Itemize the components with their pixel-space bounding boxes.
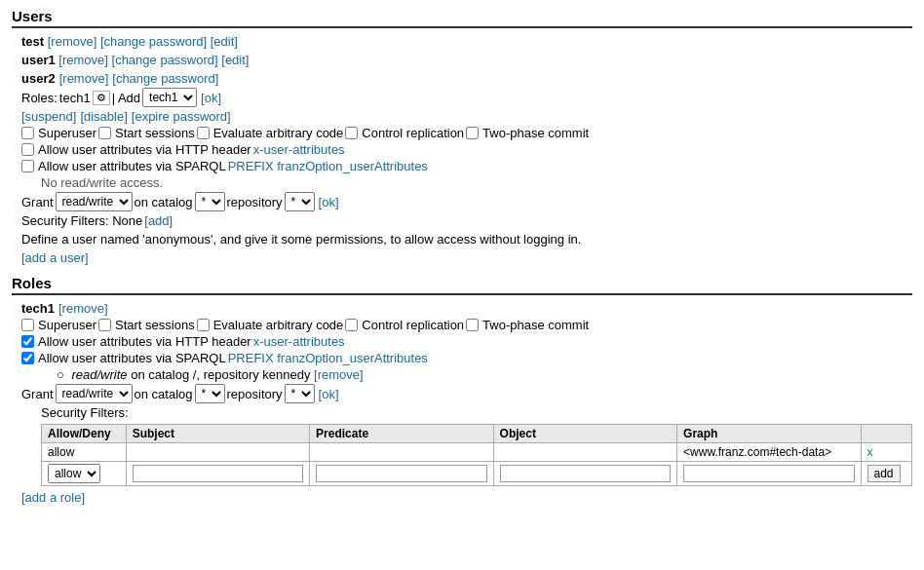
user2-grant-row: Grant read/write read write on catalog *… [21,192,912,211]
row1-allow-deny: allow [42,443,127,462]
row1-graph: <www.franz.com#tech-data> [677,443,861,462]
role-http-header-link[interactable]: x-user-attributes [253,334,345,349]
role-sparql-checkbox[interactable] [21,352,34,364]
user2-suspend-link[interactable]: [suspend] [21,109,76,124]
test-change-password-link[interactable]: [change password] [100,34,207,49]
role-grant-label: Grant [21,387,54,401]
add-role-section: [add a role] [21,490,912,505]
role-grant-select[interactable]: read/write read write [56,384,133,403]
new-row-add-button[interactable]: add [867,465,901,482]
row1-remove-link[interactable]: x [867,445,873,459]
user2-sparql-label: Allow user attributes via SPARQL [38,159,226,173]
add-role-ok-link[interactable]: [ok] [201,91,221,105]
add-user-link[interactable]: [add a user] [21,250,89,265]
col-object: Object [493,425,676,443]
new-row-object-input[interactable] [500,465,671,482]
role-tech1: tech1 [remove] Superuser Start sessions … [21,301,912,486]
role-two-phase-checkbox[interactable] [466,319,479,331]
user2-sparql-link[interactable]: PREFIX franzOption_userAttributes [228,159,428,173]
user2-no-access: No read/write access. [41,175,912,190]
user2-grant-ok-link[interactable]: [ok] [319,195,339,209]
username-test: test [21,34,44,49]
row1-remove-cell: x [861,443,911,462]
user2-superuser-checkbox[interactable] [21,127,34,139]
user2-header-row: user2 [remove] [change password] [21,71,912,86]
user2-security-filters-label: Security Filters: None [21,213,142,228]
test-edit-link[interactable]: [edit] [211,34,238,49]
new-row-object-cell [493,462,676,486]
role-tech1-remove-link[interactable]: [remove] [58,301,108,316]
user2-repository-label: repository [227,195,283,209]
user-test: test [remove] [change password] [edit] [21,34,912,49]
role-rw-item: ○ read/write on catalog /, repository ke… [57,367,912,382]
new-row-allow-deny-cell: allow deny [42,462,127,486]
test-remove-link[interactable]: [remove] [48,34,97,49]
roles-section: Roles tech1 [remove] Superuser Start ses… [12,275,912,505]
user2-security-filters-row: Security Filters: None [add] [21,213,912,228]
user2-http-header-link[interactable]: x-user-attributes [253,142,345,157]
row1-object [493,443,676,462]
username-user1: user1 [21,53,56,67]
new-row-allow-deny-select[interactable]: allow deny [48,464,100,483]
security-table-header-row: Allow/Deny Subject Predicate Object Grap… [42,425,912,443]
col-predicate: Predicate [310,425,493,443]
user2-repository-select[interactable]: * [285,192,315,211]
role-tech1-header: tech1 [remove] [21,301,912,316]
role-superuser-checkbox[interactable] [21,319,34,331]
user2-http-header-checkbox[interactable] [21,143,34,156]
role-grant-ok-link[interactable]: [ok] [319,387,339,401]
roles-label: Roles: [21,91,58,105]
role-sparql-label: Allow user attributes via SPARQL [38,351,226,365]
role-rw-catalog: on catalog /, repository kennedy [131,367,314,382]
security-filters-table-container: Allow/Deny Subject Predicate Object Grap… [41,424,912,486]
user1-remove-link[interactable]: [remove] [58,53,108,67]
role-repository-label: repository [227,387,283,401]
col-action [861,425,911,443]
user1-edit-link[interactable]: [edit] [221,53,249,67]
user2-grant-label: Grant [21,195,54,209]
role-rw-remove-link[interactable]: [remove] [314,367,364,382]
security-new-row: allow deny [42,462,912,486]
role-start-sessions-checkbox[interactable] [98,319,111,331]
user2-expire-password-link[interactable]: [expire password] [132,109,231,124]
roles-title: Roles [12,275,912,295]
user2-disable-link[interactable]: [disable] [80,109,127,124]
user1-change-password-link[interactable]: [change password] [112,53,218,67]
user2-add-filter-link[interactable]: [add] [144,213,173,228]
role-security-filters-label: Security Filters: [41,405,912,420]
role-start-sessions-label: Start sessions [115,318,195,332]
role-settings-icon[interactable]: ⚙ [93,91,110,105]
new-row-predicate-input[interactable] [316,465,486,482]
users-title: Users [12,8,912,28]
role-eval-code-label: Evaluate arbitrary code [213,318,344,332]
user2-catalog-select[interactable]: * [195,192,225,211]
user2-catalog-label: on catalog [135,195,193,209]
user2-change-password-link[interactable]: [change password] [112,71,218,86]
role-catalog-select[interactable]: * [195,384,225,403]
role-catalog-label: on catalog [135,387,193,401]
user2-grant-select[interactable]: read/write read write [56,192,133,211]
new-row-predicate-cell [310,462,493,486]
user2-eval-code-label: Evaluate arbitrary code [213,126,344,140]
user2-sparql-checkbox[interactable] [21,160,34,172]
user2-two-phase-checkbox[interactable] [466,127,479,139]
security-row-1: allow <www.franz.com#tech-data> x [42,443,912,462]
role-http-header-checkbox[interactable] [21,335,34,348]
new-row-add-cell: add [861,462,911,486]
role-repository-select[interactable]: * [285,384,315,403]
role-eval-code-checkbox[interactable] [197,319,210,331]
new-row-subject-input[interactable] [133,465,303,482]
row1-predicate [310,443,493,462]
add-role-link[interactable]: [add a role] [21,490,85,505]
user2-remove-link[interactable]: [remove] [59,71,109,86]
user2-eval-code-checkbox[interactable] [197,127,210,139]
role-tech1-checkboxes: Superuser Start sessions Evaluate arbitr… [21,318,912,332]
user2-start-sessions-label: Start sessions [115,126,195,140]
user2-start-sessions-checkbox[interactable] [98,127,111,139]
add-role-select[interactable]: tech1 [142,88,197,107]
role-grant-row: Grant read/write read write on catalog *… [21,384,912,403]
role-control-replication-checkbox[interactable] [345,319,358,331]
user2-control-replication-checkbox[interactable] [345,127,358,139]
new-row-graph-input[interactable] [683,465,854,482]
role-sparql-link[interactable]: PREFIX franzOption_userAttributes [228,351,428,365]
